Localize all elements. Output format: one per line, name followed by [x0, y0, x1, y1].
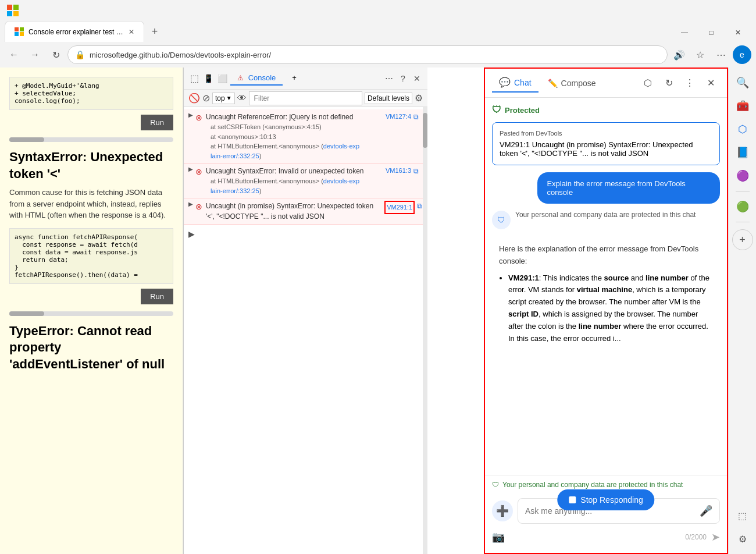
open-window-icon[interactable]: ⬡	[639, 74, 657, 93]
sidebar-spotify-icon[interactable]: 🟢	[732, 196, 753, 217]
read-aloud-icon[interactable]: 🔊	[670, 45, 689, 64]
expand-icon-3[interactable]: ▶	[188, 201, 193, 207]
devtools-clear-icon[interactable]: 🚫	[188, 93, 200, 104]
devtools-help-icon[interactable]: ?	[397, 73, 409, 84]
more-chat-icon[interactable]: ⋮	[680, 74, 699, 93]
address-bar-row: ← → ↻ 🔒 microsoftedge.github.io/Demos/de…	[0, 42, 756, 68]
expand-icon-2[interactable]: ▶	[188, 166, 193, 172]
stop-responding-button[interactable]: Stop Responding	[557, 489, 654, 510]
ms-logo	[7, 5, 19, 16]
error-icon-1: ⊗	[195, 113, 202, 122]
sidebar-split-icon[interactable]: ⬚	[732, 505, 753, 526]
edge-icon[interactable]: e	[733, 45, 751, 64]
sidebar-search-icon[interactable]: 🔍	[732, 72, 753, 93]
vm-link-3[interactable]: VM291:1	[384, 201, 415, 214]
stop-square-icon	[569, 496, 576, 503]
sidebar-add-button[interactable]: +	[732, 229, 753, 250]
tab-close-icon[interactable]: ✕	[129, 28, 134, 36]
copy-icon-1[interactable]: ⧉	[413, 112, 423, 121]
send-icon[interactable]: ➤	[711, 531, 720, 544]
forward-button[interactable]: →	[26, 45, 44, 64]
error-title-1: SyntaxError: Unexpected token '<'	[9, 149, 173, 182]
protected-badge: 🛡 Protected	[492, 105, 720, 115]
devtools-more-icon[interactable]: ⋯	[383, 73, 395, 84]
code-block-1: + @Model.MyGuid+'&lang + selectedValue; …	[9, 77, 173, 110]
error-link-1[interactable]: devtools-explain-error/:332:25	[211, 143, 359, 159]
error-link-2[interactable]: devtools-explain-error/:332:25	[211, 177, 359, 194]
add-context-button[interactable]: ➕	[492, 500, 513, 521]
devtools-panel: ⬚ 📱 ⬜ ⚠ Console + ⋯ ? ✕	[183, 68, 427, 554]
sidebar-tools-icon[interactable]: 🧰	[732, 95, 753, 116]
sidebar-purple-icon[interactable]: 🟣	[732, 165, 753, 186]
user-message: Explain the error message from DevTools …	[537, 172, 720, 204]
h-scrollbar-thumb-2	[9, 311, 44, 316]
chat-panel: 💬 Chat ✏️ Compose ⬡ ↻ ⋮ ✕ 🛡	[484, 68, 728, 554]
ai-response-intro: Here is the explanation of the error mes…	[499, 243, 713, 268]
mic-icon[interactable]: 🎤	[700, 505, 712, 517]
devtools-eye-icon[interactable]: 👁	[237, 93, 247, 104]
address-bar-icons: 🔊 ☆ ⋯ e	[670, 45, 751, 64]
compose-icon: ✏️	[548, 79, 558, 88]
vm-link-1[interactable]: VM127:4	[386, 112, 411, 122]
top-selector[interactable]: top ▼	[212, 93, 235, 104]
user-message-row: Explain the error message from DevTools …	[492, 172, 720, 204]
close-button[interactable]: ✕	[725, 23, 751, 42]
pasted-message: Pasted from DevTools VM291:1 Uncaught (i…	[492, 122, 720, 165]
error-icon-3: ⊗	[195, 202, 202, 211]
devtools-filter-row: 🚫 ⊘ top ▼ 👁 Default levels ⚙	[184, 90, 427, 107]
devtools-device-icon[interactable]: 📱	[202, 73, 214, 84]
copy-icon-2[interactable]: ⧉	[413, 166, 423, 175]
page-content: + @Model.MyGuid+'&lang + selectedValue; …	[0, 68, 183, 554]
back-button[interactable]: ←	[5, 45, 23, 64]
chat-header-icons: ⬡ ↻ ⋮ ✕	[639, 74, 720, 93]
camera-icon[interactable]: 📷	[492, 531, 505, 544]
h-scrollbar-2[interactable]	[9, 311, 173, 316]
run-button-2[interactable]: Run	[141, 289, 173, 304]
pasted-label: Pasted from DevTools	[500, 130, 712, 137]
devtools-block-icon[interactable]: ⊘	[202, 93, 210, 104]
more-icon[interactable]: ⋯	[712, 45, 730, 64]
sidebar-settings-icon[interactable]: ⚙	[732, 528, 753, 549]
copy-icon-3[interactable]: ⧉	[417, 201, 423, 210]
refresh-button[interactable]: ↻	[47, 45, 65, 64]
chat-input-footer: 📷 0/2000 ➤	[492, 528, 720, 546]
level-select[interactable]: Default levels	[365, 93, 412, 104]
devtools-scrollbar-thumb[interactable]	[423, 113, 427, 148]
devtools-tab-add[interactable]: +	[285, 71, 304, 86]
expand-more[interactable]: ▶	[184, 225, 427, 243]
new-tab-button[interactable]: +	[144, 21, 165, 42]
chat-header: 💬 Chat ✏️ Compose ⬡ ↻ ⋮ ✕	[485, 69, 727, 98]
devtools-settings-icon[interactable]: ⚙	[415, 93, 423, 104]
devtools-inspect-icon[interactable]: ⬚	[188, 73, 200, 84]
browser-tab[interactable]: Console error explainer test page ✕	[5, 21, 144, 42]
address-bar[interactable]: 🔒 microsoftedge.github.io/Demos/devtools…	[67, 45, 668, 64]
minimize-button[interactable]: —	[671, 23, 698, 42]
devtools-tab-console[interactable]: ⚠ Console	[230, 71, 283, 86]
devtools-split-icon[interactable]: ⬜	[216, 73, 228, 84]
devtools-close-icon[interactable]: ✕	[411, 73, 423, 84]
refresh-chat-icon[interactable]: ↻	[659, 74, 678, 93]
h-scrollbar-1[interactable]	[9, 137, 173, 142]
sidebar-outlook-icon[interactable]: 📘	[732, 142, 753, 163]
close-chat-icon[interactable]: ✕	[701, 74, 720, 93]
pasted-content: VM291:1 Uncaught (in promise) SyntaxErro…	[500, 140, 712, 158]
code-text-2: async function fetchAPIResponse( const r…	[15, 233, 168, 279]
expand-icon-1[interactable]: ▶	[188, 112, 193, 118]
ai-bullet-list: VM291:1: This indicates the source and l…	[499, 272, 713, 345]
tab-title: Console error explainer test page	[28, 28, 124, 36]
run-button-1[interactable]: Run	[141, 115, 173, 130]
sidebar-copilot-icon[interactable]: ⬡	[732, 119, 753, 140]
favorites-icon[interactable]: ☆	[691, 45, 709, 64]
maximize-button[interactable]: □	[698, 23, 725, 42]
filter-input[interactable]	[249, 91, 362, 105]
ai-response-row: 🛡 Your personal and company data are pro…	[492, 211, 720, 229]
vm-link-2[interactable]: VM161:3	[386, 166, 411, 176]
char-count: 0/2000	[685, 533, 707, 541]
compose-tab[interactable]: ✏️ Compose	[541, 75, 603, 91]
console-error-2: ▶ ⊗ Uncaught SyntaxError: Invalid or une…	[184, 164, 427, 198]
devtools-toolbar: ⬚ 📱 ⬜ ⚠ Console + ⋯ ? ✕	[184, 68, 427, 90]
privacy-shield-icon: 🛡	[492, 481, 499, 489]
devtools-scrollbar-track[interactable]	[423, 107, 427, 554]
chat-tab[interactable]: 💬 Chat	[492, 73, 539, 93]
webpage-area: + @Model.MyGuid+'&lang + selectedValue; …	[0, 68, 484, 554]
